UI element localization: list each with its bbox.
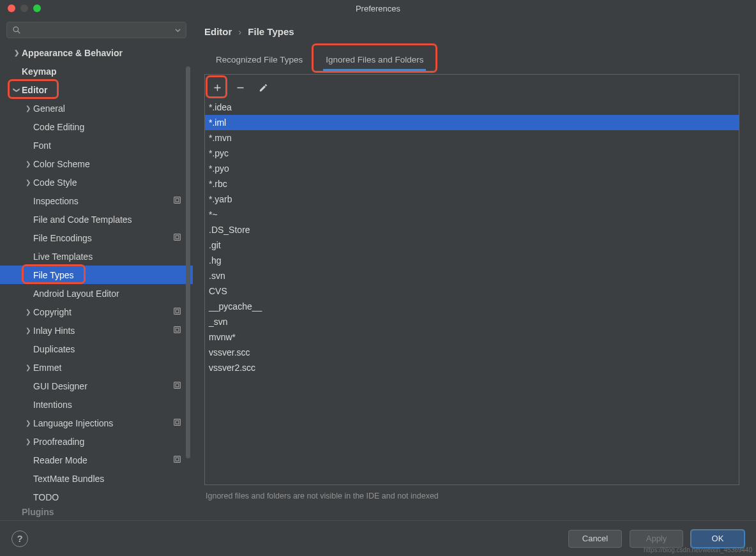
list-item[interactable]: *.iml (205, 115, 739, 130)
tree-item-proofreading[interactable]: ❯Proofreading (0, 432, 193, 451)
tree-item-label: Reader Mode (33, 455, 87, 465)
chevron-right-icon[interactable]: ❯ (23, 327, 33, 334)
list-item[interactable]: *.mvn (205, 130, 739, 146)
plus-icon (213, 83, 222, 93)
list-item[interactable]: *.pyo (205, 161, 739, 176)
svg-rect-4 (174, 234, 181, 240)
tree-item-language-injections[interactable]: ❯Language Injections (0, 414, 193, 432)
window-title: Preferences (0, 4, 756, 13)
chevron-down-icon[interactable]: ❯ (11, 86, 22, 93)
settings-tree[interactable]: ❯Appearance & BehaviorKeymap❯Editor❯Gene… (0, 43, 193, 520)
chevron-right-icon[interactable]: ❯ (23, 105, 33, 112)
svg-rect-7 (176, 310, 179, 313)
tree-item-editor[interactable]: ❯Editor (0, 80, 193, 99)
svg-rect-12 (174, 419, 181, 425)
tree-item-label: Plugins (22, 507, 54, 517)
list-item[interactable]: *.pyc (205, 146, 739, 161)
tree-item-keymap[interactable]: Keymap (0, 62, 193, 80)
tree-item-intentions[interactable]: Intentions (0, 395, 193, 414)
tree-item-live-templates[interactable]: Live Templates (0, 247, 193, 266)
tree-item-code-style[interactable]: ❯Code Style (0, 173, 193, 192)
list-item[interactable]: CVS (205, 283, 739, 299)
tree-item-android-layout-editor[interactable]: Android Layout Editor (0, 284, 193, 303)
list-item[interactable]: *.yarb (205, 192, 739, 207)
breadcrumb-root[interactable]: Editor (204, 26, 232, 37)
cancel-button[interactable]: Cancel (568, 530, 622, 548)
tree-item-label: Android Layout Editor (33, 289, 119, 299)
chevron-right-icon[interactable]: ❯ (23, 179, 33, 186)
tree-item-code-editing[interactable]: Code Editing (0, 117, 193, 136)
tree-item-label: File Encodings (33, 233, 92, 243)
tree-item-font[interactable]: Font (0, 136, 193, 154)
sidebar: ❯Appearance & BehaviorKeymap❯Editor❯Gene… (0, 17, 193, 520)
watermark: https://blog.csdn.net/weixin_45369440 (644, 546, 752, 553)
tree-item-label: Language Injections (33, 418, 113, 428)
list-item[interactable]: *.idea (205, 100, 739, 115)
list-item[interactable]: .hg (205, 253, 739, 268)
chevron-right-icon[interactable]: ❯ (23, 438, 33, 445)
list-item[interactable]: _svn (205, 314, 739, 329)
chevron-right-icon[interactable]: ❯ (23, 308, 33, 315)
chevron-right-icon[interactable]: ❯ (23, 419, 33, 426)
tree-item-duplicates[interactable]: Duplicates (0, 340, 193, 358)
tree-item-reader-mode[interactable]: Reader Mode (0, 451, 193, 469)
scrollbar[interactable] (186, 66, 190, 458)
tree-item-color-scheme[interactable]: ❯Color Scheme (0, 154, 193, 173)
svg-rect-6 (174, 308, 181, 314)
tree-item-inlay-hints[interactable]: ❯Inlay Hints (0, 321, 193, 340)
tree-item-textmate-bundles[interactable]: TextMate Bundles (0, 469, 193, 488)
list-item[interactable]: *.rbc (205, 176, 739, 192)
list-item[interactable]: .DS_Store (205, 222, 739, 237)
ok-button[interactable]: OK (691, 530, 745, 548)
tree-item-gui-designer[interactable]: GUI Designer (0, 377, 193, 395)
project-badge-icon (173, 418, 181, 428)
search-field[interactable] (6, 22, 186, 38)
tree-item-general[interactable]: ❯General (0, 99, 193, 117)
tree-item-label: TODO (33, 492, 59, 502)
list-item[interactable]: mvnw* (205, 329, 739, 345)
project-badge-icon (173, 455, 181, 465)
list-item[interactable]: vssver.scc (205, 345, 739, 360)
ignore-list[interactable]: *.idea*.iml*.mvn*.pyc*.pyo*.rbc*.yarb*~.… (204, 100, 739, 485)
svg-rect-10 (174, 382, 181, 388)
tree-item-file-and-code-templates[interactable]: File and Code Templates (0, 210, 193, 229)
chevron-right-icon[interactable]: ❯ (11, 49, 22, 56)
dialog-footer: ? Cancel Apply OK (0, 520, 756, 556)
minus-icon (236, 83, 245, 93)
help-button[interactable]: ? (11, 530, 28, 547)
tree-item-todo[interactable]: TODO (0, 488, 193, 506)
list-item[interactable]: .svn (205, 268, 739, 283)
tree-item-label: File and Code Templates (33, 214, 132, 225)
list-item[interactable]: __pycache__ (205, 299, 739, 314)
tab-recognized-file-types[interactable]: Recognized File Types (204, 49, 314, 71)
tree-item-label: Font (33, 140, 51, 151)
titlebar: Preferences (0, 0, 756, 17)
svg-rect-8 (174, 326, 181, 333)
tree-item-label: Code Editing (33, 122, 84, 132)
tree-item-file-types[interactable]: File Types (0, 266, 193, 284)
svg-rect-9 (176, 328, 179, 331)
chevron-right-icon[interactable]: ❯ (23, 364, 33, 371)
list-item[interactable]: vssver2.scc (205, 360, 739, 375)
apply-button[interactable]: Apply (630, 530, 683, 548)
pencil-icon (259, 83, 268, 93)
tree-item-inspections[interactable]: Inspections (0, 192, 193, 210)
tree-item-file-encodings[interactable]: File Encodings (0, 229, 193, 247)
tree-item-label: Inlay Hints (33, 326, 75, 336)
dropdown-chevron-icon[interactable] (175, 27, 181, 33)
tree-item-emmet[interactable]: ❯Emmet (0, 358, 193, 377)
edit-button[interactable] (256, 81, 270, 95)
chevron-right-icon[interactable]: ❯ (23, 160, 33, 167)
list-item[interactable]: .git (205, 237, 739, 253)
add-button[interactable] (210, 81, 224, 95)
project-badge-icon (173, 307, 181, 317)
breadcrumb: Editor › File Types (204, 17, 739, 46)
breadcrumb-sep: › (238, 26, 241, 37)
tree-item-appearance-behavior[interactable]: ❯Appearance & Behavior (0, 43, 193, 62)
search-input[interactable] (24, 25, 172, 36)
remove-button[interactable] (233, 81, 247, 95)
list-item[interactable]: *~ (205, 207, 739, 222)
tree-item-copyright[interactable]: ❯Copyright (0, 303, 193, 321)
tree-item-plugins[interactable]: Plugins (0, 506, 193, 518)
tab-ignored-files-and-folders[interactable]: Ignored Files and Folders (314, 49, 435, 71)
